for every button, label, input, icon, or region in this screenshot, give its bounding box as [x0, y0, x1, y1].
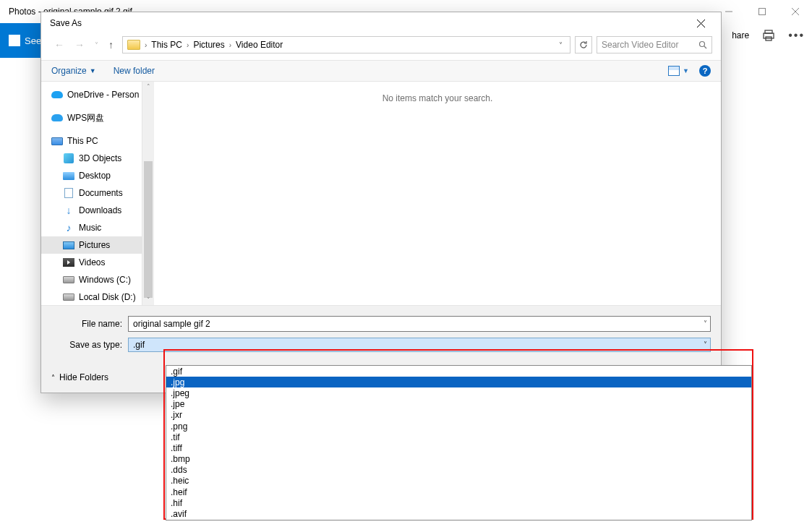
chevron-up-icon: ˄: [51, 374, 55, 382]
filetype-option[interactable]: .avif: [166, 508, 751, 519]
filetype-option[interactable]: .hif: [166, 497, 751, 508]
filetype-option[interactable]: .jpg: [166, 377, 751, 387]
chevron-down-icon[interactable]: ˅: [559, 41, 565, 49]
filetype-option[interactable]: .gif: [166, 366, 751, 377]
chevron-down-icon[interactable]: ˅: [704, 320, 707, 327]
filetype-option[interactable]: .heic: [166, 476, 751, 487]
filetype-option[interactable]: .heif: [166, 487, 751, 497]
tree-item-label: Downloads: [79, 205, 121, 215]
tree-item-label: Music: [79, 223, 101, 233]
tree-scrollbar[interactable]: ˄ ˅: [142, 82, 154, 305]
tree-item-label: This PC: [67, 136, 98, 146]
tree-item-label: 3D Objects: [79, 153, 121, 163]
tree-item[interactable]: 3D Objects: [41, 150, 142, 167]
share-label-fragment: hare: [732, 30, 749, 40]
chevron-down-icon[interactable]: ˅: [704, 340, 707, 348]
crumb-this-pc[interactable]: This PC: [151, 40, 182, 50]
svg-line-10: [704, 46, 706, 48]
organize-label: Organize: [51, 66, 87, 76]
tree-item-label: Local Disk (D:): [79, 292, 136, 302]
tree-item-label: Pictures: [79, 240, 110, 250]
parent-close-button[interactable]: [779, 0, 812, 23]
hide-folders-label: Hide Folders: [59, 372, 108, 382]
nav-up-icon[interactable]: ↑: [108, 39, 114, 51]
scroll-up-icon[interactable]: ˄: [142, 83, 154, 90]
save-as-type-dropdown[interactable]: .gif.jpg.jpeg.jpe.jxr.png.tif.tiff.bmp.d…: [166, 365, 752, 520]
search-icon: [698, 40, 707, 49]
empty-message: No items match your search.: [383, 93, 493, 103]
file-name-label: File name:: [51, 319, 128, 329]
tree-item[interactable]: Documents: [41, 184, 142, 202]
breadcrumb[interactable]: › This PC › Pictures › Video Editor ˅: [122, 36, 570, 53]
chevron-right-icon: ›: [187, 41, 189, 49]
filetype-option[interactable]: .bmp: [166, 454, 751, 465]
tree-item[interactable]: Desktop: [41, 167, 142, 184]
nav-forward-icon[interactable]: →: [74, 39, 85, 51]
tree-item-label: OneDrive - Person: [67, 90, 139, 100]
crumb-pictures[interactable]: Pictures: [193, 40, 224, 50]
chevron-down-icon: ▼: [90, 67, 96, 74]
close-button[interactable]: [686, 13, 715, 33]
filetype-option[interactable]: .tif: [166, 432, 751, 442]
chevron-right-icon: ›: [229, 41, 231, 49]
search-placeholder: Search Video Editor: [602, 40, 679, 50]
svg-rect-1: [759, 9, 766, 15]
layout-button[interactable]: ▼: [668, 66, 689, 76]
layout-icon: [668, 66, 680, 76]
tree-item-label: Documents: [79, 188, 123, 198]
filetype-option[interactable]: .jpeg: [166, 387, 751, 398]
photos-app-icon: [9, 35, 20, 46]
tree-item-label: Videos: [79, 257, 105, 267]
help-button[interactable]: ?: [699, 65, 711, 77]
filetype-option[interactable]: .dds: [166, 465, 751, 476]
tree-item-label: Windows (C:): [79, 275, 131, 285]
print-icon[interactable]: [762, 29, 775, 42]
chevron-down-icon: ▼: [683, 67, 689, 74]
tree-item[interactable]: OneDrive - Person: [41, 86, 142, 103]
chevron-right-icon: ›: [145, 41, 147, 49]
save-as-type-value: .gif: [133, 340, 145, 350]
save-as-type-field[interactable]: .gif ˅: [128, 338, 711, 352]
new-folder-button[interactable]: New folder: [114, 66, 155, 76]
tree-item-label: WPS网盘: [67, 112, 104, 124]
tree-item[interactable]: Videos: [41, 254, 142, 271]
file-name-field[interactable]: original sample gif 2 ˅: [128, 316, 711, 332]
tree-item[interactable]: Windows (C:): [41, 271, 142, 288]
tree-item[interactable]: Pictures: [41, 236, 142, 254]
refresh-button[interactable]: [575, 36, 592, 53]
tree-item[interactable]: ♪Music: [41, 219, 142, 236]
nav-back-icon[interactable]: ←: [54, 39, 64, 51]
filetype-option[interactable]: .jxr: [166, 410, 751, 421]
tree-item[interactable]: ↓Downloads: [41, 202, 142, 219]
crumb-video-editor[interactable]: Video Editor: [236, 40, 283, 50]
scroll-down-icon[interactable]: ˅: [142, 296, 154, 304]
svg-rect-5: [764, 33, 774, 38]
svg-point-9: [700, 42, 705, 47]
file-list-empty: No items match your search.: [154, 82, 721, 305]
see-button-label: See: [25, 35, 41, 46]
filetype-option[interactable]: .jpe: [166, 399, 751, 410]
nav-tree: OneDrive - PersonWPS网盘This PC3D ObjectsD…: [41, 82, 142, 305]
organize-button[interactable]: Organize ▼: [51, 66, 96, 76]
tree-item[interactable]: WPS网盘: [41, 109, 142, 127]
save-as-type-label: Save as type:: [51, 340, 128, 350]
filetype-option[interactable]: .tiff: [166, 442, 751, 453]
more-options-icon[interactable]: •••: [788, 29, 805, 42]
folder-icon: [127, 40, 140, 50]
tree-item[interactable]: This PC: [41, 132, 142, 150]
nav-history-icon[interactable]: ˅: [95, 41, 98, 49]
dialog-title: Save As: [50, 18, 82, 28]
parent-window-controls: [712, 0, 812, 23]
tree-item[interactable]: Local Disk (D:): [41, 288, 142, 305]
maximize-button[interactable]: [745, 0, 779, 23]
search-input[interactable]: Search Video Editor: [597, 36, 712, 53]
tree-item-label: Desktop: [79, 171, 111, 181]
filetype-option[interactable]: .png: [166, 421, 751, 432]
save-as-dialog: Save As ← → ˅ ↑ › This PC › Pictures › V…: [40, 12, 722, 393]
file-name-value: original sample gif 2: [133, 319, 210, 329]
scroll-thumb[interactable]: [144, 161, 153, 298]
